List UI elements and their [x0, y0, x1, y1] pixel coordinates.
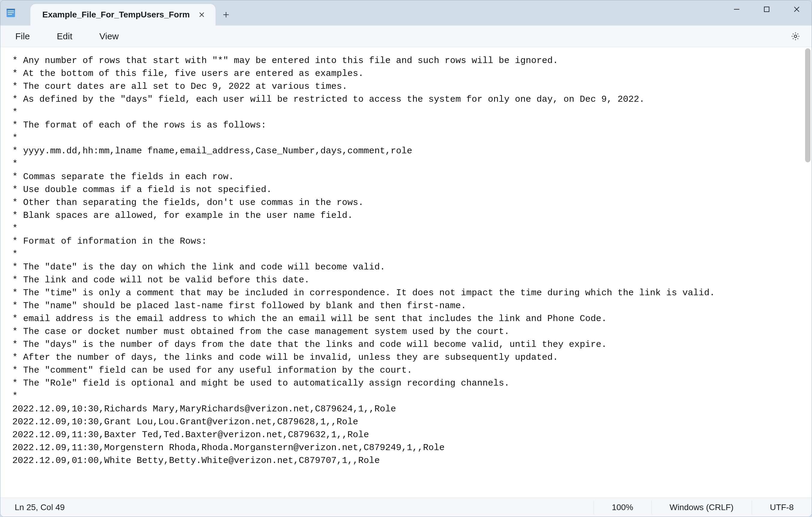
vertical-scrollbar[interactable]	[805, 48, 811, 162]
status-cursor: Ln 25, Col 49	[0, 503, 593, 512]
statusbar: Ln 25, Col 49 100% Windows (CRLF) UTF-8	[0, 497, 812, 517]
titlebar: Example_File_For_TempUsers_Form	[0, 0, 812, 26]
svg-rect-5	[764, 7, 769, 12]
text-editor[interactable]: * Any number of rows that start with "*"…	[0, 47, 812, 497]
svg-rect-4	[7, 9, 15, 10]
svg-rect-3	[8, 14, 12, 15]
new-tab-button[interactable]	[215, 4, 236, 26]
tab-strip: Example_File_For_TempUsers_Form	[21, 0, 236, 26]
close-tab-icon[interactable]	[196, 9, 208, 21]
window-controls	[722, 0, 812, 18]
editor-area: * Any number of rows that start with "*"…	[0, 47, 812, 497]
minimize-button[interactable]	[722, 0, 752, 18]
status-zoom[interactable]: 100%	[593, 500, 651, 514]
status-line-ending[interactable]: Windows (CRLF)	[651, 500, 752, 514]
svg-rect-1	[8, 10, 14, 11]
notepad-window: Example_File_For_TempUsers_Form File Edi…	[0, 0, 812, 517]
menubar: File Edit View	[0, 26, 812, 47]
svg-point-6	[794, 35, 797, 37]
notepad-app-icon	[0, 0, 21, 26]
menu-view[interactable]: View	[92, 28, 126, 44]
menu-edit[interactable]: Edit	[49, 28, 80, 44]
settings-button[interactable]	[786, 27, 805, 45]
maximize-button[interactable]	[752, 0, 782, 18]
status-encoding[interactable]: UTF-8	[752, 500, 812, 514]
svg-rect-2	[8, 12, 14, 13]
menu-file[interactable]: File	[7, 28, 37, 44]
close-window-button[interactable]	[782, 0, 812, 18]
tab-title: Example_File_For_TempUsers_Form	[42, 10, 190, 20]
tab-active[interactable]: Example_File_For_TempUsers_Form	[30, 4, 215, 26]
